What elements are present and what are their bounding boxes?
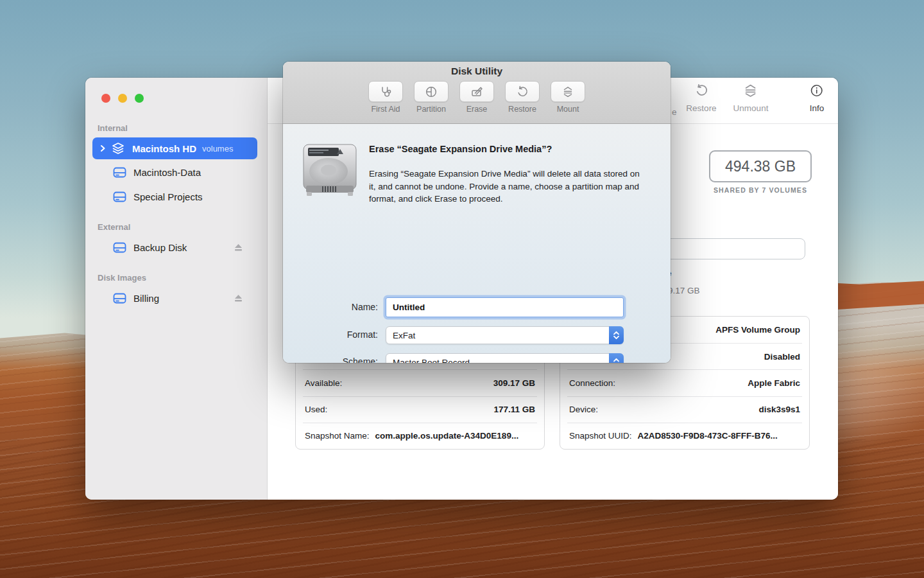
- toolbar-restore-button[interactable]: Restore: [686, 83, 716, 113]
- format-value: ExFat: [393, 331, 415, 340]
- row-value: 309.17 GB: [493, 378, 535, 388]
- close-button[interactable]: [101, 94, 110, 103]
- dialog-message: Erasing “Seagate Expansion Drive Media” …: [369, 168, 644, 206]
- toolbar-label-fragment: e: [672, 107, 677, 117]
- table-row: Used: 177.11 GB: [303, 396, 537, 423]
- sidebar-item-label: Billing: [133, 293, 159, 304]
- dialog-heading: Erase “Seagate Expansion Drive Media”?: [369, 144, 654, 154]
- sidebar-item-label: Special Projects: [133, 191, 203, 202]
- table-row: Device: disk3s9s1: [567, 396, 802, 423]
- format-label: Format:: [283, 329, 378, 340]
- sidebar-item-macintosh-data[interactable]: Macintosh-Data: [92, 161, 257, 183]
- sidebar-item-backup-disk[interactable]: Backup Disk: [92, 236, 257, 258]
- sidebar-item-special-projects[interactable]: Special Projects: [92, 186, 257, 207]
- erase-icon[interactable]: [459, 81, 494, 102]
- volume-icon: [113, 293, 126, 304]
- row-value: A2AD8530-F9D8-473C-8FFF-B76...: [638, 431, 778, 441]
- partition-icon[interactable]: [414, 81, 449, 102]
- row-value: 177.11 GB: [493, 405, 535, 414]
- eject-icon[interactable]: [234, 293, 243, 302]
- minimize-button[interactable]: [118, 94, 127, 103]
- toolbar-unmount-button[interactable]: Unmount: [733, 83, 769, 113]
- row-value: Disabled: [764, 352, 800, 362]
- scheme-value: Master Boot Record: [393, 358, 470, 363]
- sidebar-section-internal: Internal: [98, 123, 128, 133]
- scheme-label: Scheme:: [283, 356, 378, 363]
- row-label: Device:: [569, 405, 598, 414]
- sidebar-item-label: Backup Disk: [133, 242, 187, 253]
- eject-icon[interactable]: [234, 243, 243, 252]
- sidebar-item-label: Macintosh-Data: [133, 167, 201, 178]
- table-row: Available: 309.17 GB: [303, 369, 537, 396]
- table-row: Snapshot UUID: A2AD8530-F9D8-473C-8FFF-B…: [567, 423, 802, 449]
- row-value: APFS Volume Group: [715, 325, 800, 335]
- capacity-caption: SHARED BY 7 VOLUMES: [697, 186, 823, 194]
- volume-icon: [113, 242, 126, 253]
- stepper-icon[interactable]: [609, 326, 624, 344]
- name-input[interactable]: Untitled: [386, 297, 624, 317]
- name-value: Untitled: [393, 302, 425, 312]
- zoom-button[interactable]: [135, 94, 144, 103]
- unmount-icon: [743, 83, 758, 100]
- sidebar-item-label: Macintosh HD: [132, 143, 196, 154]
- row-label: Connection:: [569, 378, 615, 388]
- hard-drive-icon: [300, 141, 359, 200]
- toolbar-info-button[interactable]: Info: [810, 83, 825, 113]
- sidebar-section-disk-images: Disk Images: [98, 273, 146, 283]
- partition-button[interactable]: Partition: [414, 81, 449, 114]
- erase-dialog: Disk Utility First Aid Partition: [283, 62, 671, 363]
- mount-button[interactable]: Mount: [551, 81, 585, 114]
- window-controls: [101, 94, 144, 103]
- sidebar-section-external: External: [98, 222, 130, 232]
- dialog-titlebar: Disk Utility First Aid Partition: [283, 62, 671, 124]
- dialog-toolbar: First Aid Partition Erase: [283, 81, 671, 114]
- restore-icon: [694, 83, 708, 100]
- dialog-title: Disk Utility: [283, 66, 671, 77]
- erase-tool-button[interactable]: Erase: [459, 81, 494, 114]
- scheme-select[interactable]: Master Boot Record: [386, 353, 624, 363]
- row-value: Apple Fabric: [748, 378, 800, 388]
- row-value: disk3s9s1: [758, 405, 800, 414]
- table-row: Snapshot Name: com.apple.os.update-A34D0…: [303, 423, 537, 449]
- row-label: Snapshot UUID:: [569, 431, 632, 441]
- info-icon: [810, 83, 824, 100]
- row-value: com.apple.os.update-A34D0E189...: [375, 431, 519, 441]
- volume-icon: [113, 191, 126, 202]
- row-label: Used:: [305, 405, 327, 414]
- mount-icon[interactable]: [551, 81, 585, 102]
- volume-group-layers-icon: [111, 142, 125, 155]
- row-label: Snapshot Name:: [305, 431, 370, 441]
- sidebar: Internal Macintosh HD volumes Macintosh-…: [85, 78, 268, 500]
- volumes-badge: volumes: [202, 144, 233, 153]
- chevron-right-icon[interactable]: [99, 144, 106, 152]
- restore-tool-button[interactable]: Restore: [505, 81, 540, 114]
- volume-icon: [113, 167, 126, 178]
- first-aid-button[interactable]: First Aid: [368, 81, 403, 114]
- dialog-body: Erase “Seagate Expansion Drive Media”? E…: [283, 124, 671, 363]
- restore-icon[interactable]: [505, 81, 540, 102]
- capacity-box: 494.38 GB: [709, 150, 812, 182]
- row-label: Available:: [305, 378, 342, 388]
- sidebar-item-macintosh-hd[interactable]: Macintosh HD volumes: [92, 137, 257, 159]
- format-select[interactable]: ExFat: [386, 326, 624, 344]
- first-aid-icon[interactable]: [368, 81, 403, 102]
- table-row: Connection: Apple Fabric: [567, 369, 802, 396]
- sidebar-item-billing[interactable]: Billing: [92, 287, 257, 309]
- stepper-icon[interactable]: [609, 353, 624, 363]
- name-label: Name:: [283, 302, 378, 312]
